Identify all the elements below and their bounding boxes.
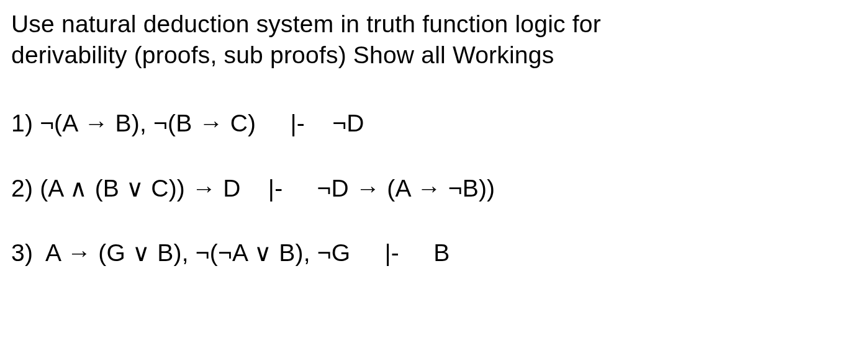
problem-premises: (A ∧ (B ∨ C)) → D <box>40 175 241 202</box>
turnstile-icon: |- <box>268 174 283 203</box>
problem-conclusion: ¬D → (A → ¬B)) <box>317 175 495 202</box>
problem-label: 2) <box>11 175 33 202</box>
instructions: Use natural deduction system in truth fu… <box>11 9 857 71</box>
document-page: Use natural deduction system in truth fu… <box>0 0 868 268</box>
problem-label: 1) <box>11 110 33 136</box>
problem-premises: ¬(A → B), ¬(B → C) <box>40 110 256 136</box>
problem-label: 3) <box>11 239 33 266</box>
problem-conclusion: ¬D <box>332 110 364 136</box>
turnstile-icon: |- <box>290 109 305 138</box>
problem-premises: A → (G ∨ B), ¬(¬A ∨ B), ¬G <box>45 239 350 266</box>
turnstile-icon: |- <box>384 239 399 268</box>
problem-2: 2) (A ∧ (B ∨ C)) → D |- ¬D → (A → ¬B)) <box>11 174 857 203</box>
problem-conclusion: B <box>433 239 450 266</box>
instructions-line-2: derivability (proofs, sub proofs) Show a… <box>11 42 554 68</box>
problem-3: 3) A → (G ∨ B), ¬(¬A ∨ B), ¬G |- B <box>11 239 857 268</box>
instructions-line-1: Use natural deduction system in truth fu… <box>11 11 601 37</box>
problem-1: 1) ¬(A → B), ¬(B → C) |- ¬D <box>11 109 857 138</box>
